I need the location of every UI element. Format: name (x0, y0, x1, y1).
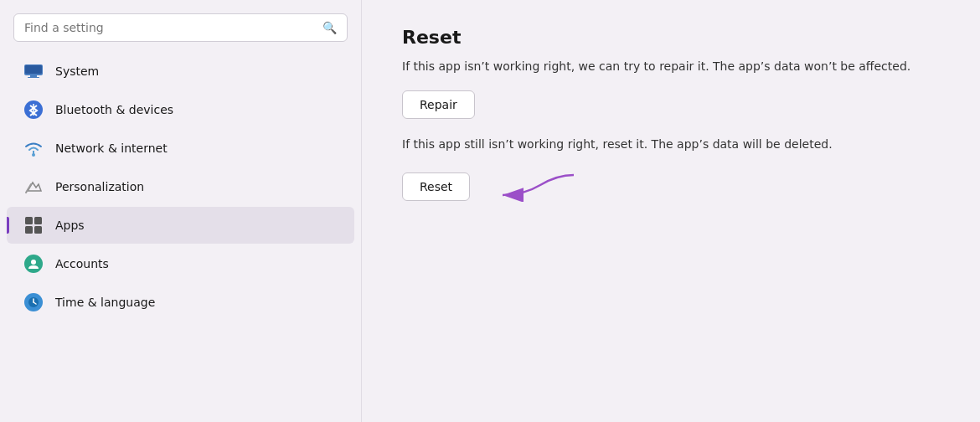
apps-icon (23, 215, 44, 235)
sidebar-item-network-label: Network & internet (55, 142, 168, 155)
search-input[interactable] (24, 21, 316, 34)
sidebar-item-accounts-label: Accounts (55, 257, 109, 270)
search-icon: 🔍 (322, 21, 337, 34)
reset-button[interactable]: Reset (402, 172, 470, 201)
svg-rect-9 (25, 226, 33, 234)
search-container[interactable]: 🔍 (13, 13, 348, 42)
sidebar-item-accounts[interactable]: Accounts (7, 245, 354, 282)
sidebar-item-bluetooth-label: Bluetooth & devices (55, 103, 173, 116)
svg-point-5 (32, 153, 35, 157)
bluetooth-icon (23, 100, 44, 120)
sidebar-item-personalization[interactable]: Personalization (7, 168, 354, 205)
sidebar: 🔍 System Bluetooth & devices (0, 0, 362, 422)
sidebar-item-network[interactable]: Network & internet (7, 130, 354, 167)
network-icon (23, 138, 44, 158)
svg-rect-1 (25, 65, 42, 74)
main-content: Reset If this app isn’t working right, w… (362, 0, 980, 422)
svg-rect-3 (28, 77, 39, 78)
reset-description: If this app still isn’t working right, r… (402, 136, 940, 153)
personalization-icon (23, 177, 44, 197)
sidebar-item-apps[interactable]: Apps (7, 207, 354, 244)
svg-rect-10 (34, 226, 42, 234)
repair-description: If this app isn’t working right, we can … (402, 58, 940, 75)
svg-rect-7 (25, 217, 33, 224)
sidebar-item-system-label: System (55, 64, 99, 78)
reset-button-row: Reset (402, 168, 940, 205)
sidebar-item-system[interactable]: System (7, 53, 354, 90)
sidebar-item-time[interactable]: Time & language (7, 284, 354, 321)
sidebar-item-apps-label: Apps (55, 219, 85, 232)
arrow-icon (490, 168, 582, 205)
svg-point-11 (31, 260, 36, 265)
accounts-icon (23, 254, 44, 274)
repair-button[interactable]: Repair (402, 90, 475, 119)
page-title: Reset (402, 27, 940, 48)
sidebar-item-bluetooth[interactable]: Bluetooth & devices (7, 91, 354, 128)
svg-rect-2 (30, 75, 37, 77)
time-icon (23, 292, 44, 312)
system-icon (23, 61, 44, 81)
svg-rect-8 (34, 217, 42, 224)
sidebar-item-personalization-label: Personalization (55, 180, 144, 193)
sidebar-item-time-label: Time & language (55, 296, 155, 309)
